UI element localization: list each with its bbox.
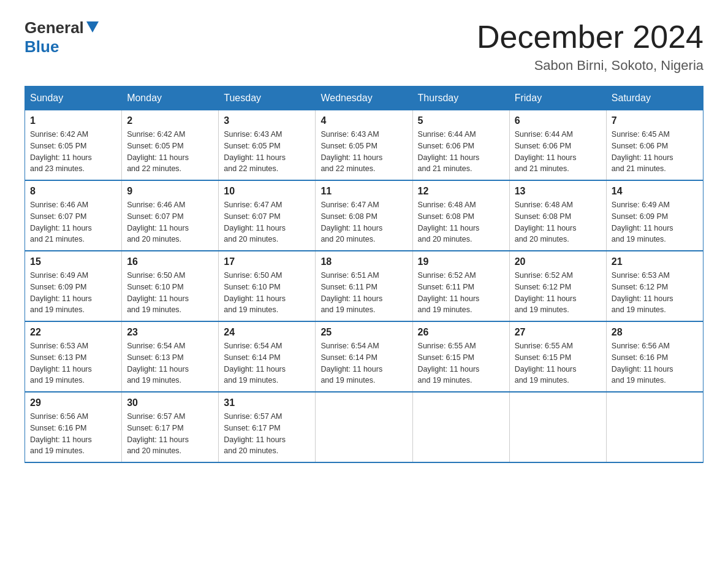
calendar-week-row: 15 Sunrise: 6:49 AM Sunset: 6:09 PM Dayl… <box>25 251 703 321</box>
day-number: 28 <box>612 327 698 338</box>
day-number: 13 <box>515 186 601 197</box>
weekday-header-sunday: Sunday <box>25 86 122 110</box>
day-info: Sunrise: 6:50 AM Sunset: 6:10 PM Dayligh… <box>224 270 310 316</box>
day-info: Sunrise: 6:49 AM Sunset: 6:09 PM Dayligh… <box>612 199 698 245</box>
day-info: Sunrise: 6:47 AM Sunset: 6:08 PM Dayligh… <box>320 199 407 245</box>
day-number: 1 <box>30 115 116 126</box>
day-info: Sunrise: 6:54 AM Sunset: 6:14 PM Dayligh… <box>224 340 310 386</box>
calendar-day-cell: 11 Sunrise: 6:47 AM Sunset: 6:08 PM Dayl… <box>316 180 412 251</box>
day-info: Sunrise: 6:44 AM Sunset: 6:06 PM Dayligh… <box>418 129 504 175</box>
day-number: 8 <box>30 186 116 197</box>
day-number: 5 <box>418 115 504 126</box>
day-number: 10 <box>224 186 310 197</box>
month-title: December 2024 <box>477 18 703 55</box>
day-number: 12 <box>418 186 504 197</box>
calendar-day-cell: 17 Sunrise: 6:50 AM Sunset: 6:10 PM Dayl… <box>219 251 316 321</box>
day-number: 15 <box>30 256 116 267</box>
calendar-day-cell: 14 Sunrise: 6:49 AM Sunset: 6:09 PM Dayl… <box>606 180 703 251</box>
calendar-day-cell: 1 Sunrise: 6:42 AM Sunset: 6:05 PM Dayli… <box>25 110 122 181</box>
day-number: 14 <box>612 186 698 197</box>
day-info: Sunrise: 6:44 AM Sunset: 6:06 PM Dayligh… <box>515 129 601 175</box>
calendar-day-cell: 23 Sunrise: 6:54 AM Sunset: 6:13 PM Dayl… <box>122 321 219 392</box>
day-number: 2 <box>127 115 213 126</box>
day-number: 31 <box>224 397 310 408</box>
calendar-day-cell: 15 Sunrise: 6:49 AM Sunset: 6:09 PM Dayl… <box>25 251 122 321</box>
calendar-day-cell: 13 Sunrise: 6:48 AM Sunset: 6:08 PM Dayl… <box>509 180 606 251</box>
header: General Blue December 2024 Sabon Birni, … <box>25 18 703 74</box>
day-info: Sunrise: 6:46 AM Sunset: 6:07 PM Dayligh… <box>30 199 116 245</box>
day-number: 29 <box>30 397 116 408</box>
calendar-day-cell: 19 Sunrise: 6:52 AM Sunset: 6:11 PM Dayl… <box>412 251 509 321</box>
calendar-day-cell: 5 Sunrise: 6:44 AM Sunset: 6:06 PM Dayli… <box>412 110 509 181</box>
calendar-day-cell: 12 Sunrise: 6:48 AM Sunset: 6:08 PM Dayl… <box>412 180 509 251</box>
weekday-header-wednesday: Wednesday <box>316 86 412 110</box>
calendar-week-row: 1 Sunrise: 6:42 AM Sunset: 6:05 PM Dayli… <box>25 110 703 181</box>
weekday-header-monday: Monday <box>122 86 219 110</box>
logo: General Blue <box>25 18 99 56</box>
day-number: 27 <box>515 327 601 338</box>
calendar-day-cell: 29 Sunrise: 6:56 AM Sunset: 6:16 PM Dayl… <box>25 392 122 462</box>
day-number: 9 <box>127 186 213 197</box>
calendar-day-cell: 10 Sunrise: 6:47 AM Sunset: 6:07 PM Dayl… <box>219 180 316 251</box>
day-info: Sunrise: 6:53 AM Sunset: 6:12 PM Dayligh… <box>612 270 698 316</box>
calendar-day-cell: 9 Sunrise: 6:46 AM Sunset: 6:07 PM Dayli… <box>122 180 219 251</box>
calendar-table: SundayMondayTuesdayWednesdayThursdayFrid… <box>25 86 703 463</box>
day-info: Sunrise: 6:55 AM Sunset: 6:15 PM Dayligh… <box>418 340 504 386</box>
title-area: December 2024 Sabon Birni, Sokoto, Niger… <box>477 18 703 74</box>
day-info: Sunrise: 6:50 AM Sunset: 6:10 PM Dayligh… <box>127 270 213 316</box>
day-number: 3 <box>224 115 310 126</box>
day-number: 7 <box>612 115 698 126</box>
day-number: 21 <box>612 256 698 267</box>
weekday-header-row: SundayMondayTuesdayWednesdayThursdayFrid… <box>25 86 703 110</box>
location-subtitle: Sabon Birni, Sokoto, Nigeria <box>477 58 703 74</box>
day-info: Sunrise: 6:54 AM Sunset: 6:13 PM Dayligh… <box>127 340 213 386</box>
day-number: 25 <box>320 327 407 338</box>
calendar-day-cell: 30 Sunrise: 6:57 AM Sunset: 6:17 PM Dayl… <box>122 392 219 462</box>
calendar-day-cell <box>316 392 412 462</box>
day-info: Sunrise: 6:42 AM Sunset: 6:05 PM Dayligh… <box>127 129 213 175</box>
day-info: Sunrise: 6:56 AM Sunset: 6:16 PM Dayligh… <box>30 411 116 457</box>
calendar-day-cell: 8 Sunrise: 6:46 AM Sunset: 6:07 PM Dayli… <box>25 180 122 251</box>
svg-marker-0 <box>86 21 99 33</box>
weekday-header-saturday: Saturday <box>606 86 703 110</box>
logo-blue-text: Blue <box>25 37 59 56</box>
calendar-week-row: 8 Sunrise: 6:46 AM Sunset: 6:07 PM Dayli… <box>25 180 703 251</box>
calendar-day-cell: 3 Sunrise: 6:43 AM Sunset: 6:05 PM Dayli… <box>219 110 316 181</box>
calendar-day-cell: 28 Sunrise: 6:56 AM Sunset: 6:16 PM Dayl… <box>606 321 703 392</box>
day-number: 18 <box>320 256 407 267</box>
day-info: Sunrise: 6:53 AM Sunset: 6:13 PM Dayligh… <box>30 340 116 386</box>
day-number: 6 <box>515 115 601 126</box>
day-info: Sunrise: 6:52 AM Sunset: 6:12 PM Dayligh… <box>515 270 601 316</box>
day-info: Sunrise: 6:43 AM Sunset: 6:05 PM Dayligh… <box>224 129 310 175</box>
calendar-day-cell: 2 Sunrise: 6:42 AM Sunset: 6:05 PM Dayli… <box>122 110 219 181</box>
calendar-day-cell: 18 Sunrise: 6:51 AM Sunset: 6:11 PM Dayl… <box>316 251 412 321</box>
weekday-header-friday: Friday <box>509 86 606 110</box>
day-number: 16 <box>127 256 213 267</box>
calendar-week-row: 22 Sunrise: 6:53 AM Sunset: 6:13 PM Dayl… <box>25 321 703 392</box>
day-info: Sunrise: 6:57 AM Sunset: 6:17 PM Dayligh… <box>127 411 213 457</box>
day-number: 19 <box>418 256 504 267</box>
weekday-header-tuesday: Tuesday <box>219 86 316 110</box>
day-number: 4 <box>320 115 407 126</box>
day-info: Sunrise: 6:51 AM Sunset: 6:11 PM Dayligh… <box>320 270 407 316</box>
calendar-day-cell: 27 Sunrise: 6:55 AM Sunset: 6:15 PM Dayl… <box>509 321 606 392</box>
day-info: Sunrise: 6:46 AM Sunset: 6:07 PM Dayligh… <box>127 199 213 245</box>
day-number: 24 <box>224 327 310 338</box>
calendar-day-cell: 26 Sunrise: 6:55 AM Sunset: 6:15 PM Dayl… <box>412 321 509 392</box>
day-number: 17 <box>224 256 310 267</box>
calendar-day-cell <box>509 392 606 462</box>
day-info: Sunrise: 6:48 AM Sunset: 6:08 PM Dayligh… <box>418 199 504 245</box>
day-number: 22 <box>30 327 116 338</box>
logo-general-text: General <box>25 18 84 37</box>
day-info: Sunrise: 6:56 AM Sunset: 6:16 PM Dayligh… <box>612 340 698 386</box>
calendar-day-cell <box>412 392 509 462</box>
day-info: Sunrise: 6:55 AM Sunset: 6:15 PM Dayligh… <box>515 340 601 386</box>
calendar-day-cell: 6 Sunrise: 6:44 AM Sunset: 6:06 PM Dayli… <box>509 110 606 181</box>
day-info: Sunrise: 6:45 AM Sunset: 6:06 PM Dayligh… <box>612 129 698 175</box>
calendar-week-row: 29 Sunrise: 6:56 AM Sunset: 6:16 PM Dayl… <box>25 392 703 462</box>
day-info: Sunrise: 6:47 AM Sunset: 6:07 PM Dayligh… <box>224 199 310 245</box>
day-number: 23 <box>127 327 213 338</box>
day-number: 30 <box>127 397 213 408</box>
day-info: Sunrise: 6:57 AM Sunset: 6:17 PM Dayligh… <box>224 411 310 457</box>
calendar-day-cell: 21 Sunrise: 6:53 AM Sunset: 6:12 PM Dayl… <box>606 251 703 321</box>
